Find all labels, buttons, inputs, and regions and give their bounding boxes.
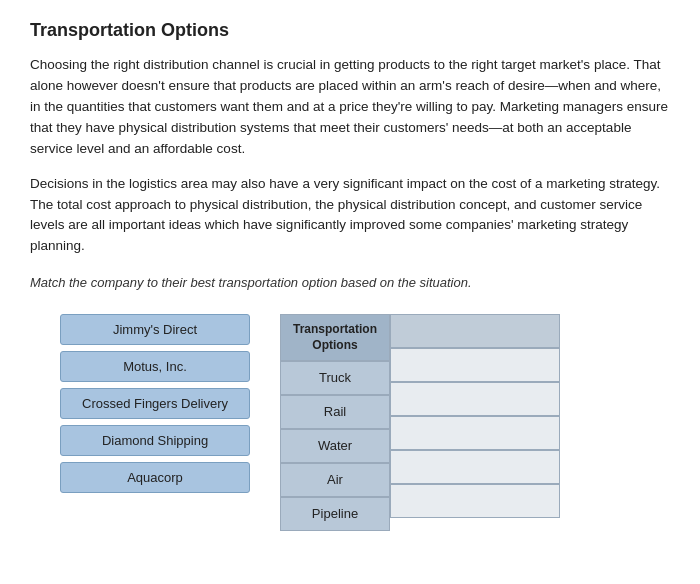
options-labels-column: Transportation OptionsTruckRailWaterAirP… <box>280 314 390 531</box>
transport-label-t1: Truck <box>280 361 390 395</box>
paragraph-1: Choosing the right distribution channel … <box>30 55 670 160</box>
company-btn-c4[interactable]: Diamond Shipping <box>60 425 250 456</box>
transport-header-answer <box>390 314 560 348</box>
options-answers-column <box>390 314 560 518</box>
transport-label-t5: Pipeline <box>280 497 390 531</box>
transport-answer-t1[interactable] <box>390 348 560 382</box>
transport-answer-t5[interactable] <box>390 484 560 518</box>
transport-label-t2: Rail <box>280 395 390 429</box>
transport-answer-t3[interactable] <box>390 416 560 450</box>
company-btn-c2[interactable]: Motus, Inc. <box>60 351 250 382</box>
company-btn-c5[interactable]: Aquacorp <box>60 462 250 493</box>
companies-column: Jimmy's DirectMotus, Inc.Crossed Fingers… <box>60 314 250 493</box>
transport-label-t3: Water <box>280 429 390 463</box>
paragraph-2: Decisions in the logistics area may also… <box>30 174 670 258</box>
page-title: Transportation Options <box>30 20 670 41</box>
match-instruction: Match the company to their best transpor… <box>30 275 670 290</box>
transport-header-label: Transportation Options <box>280 314 390 361</box>
transport-answer-t4[interactable] <box>390 450 560 484</box>
company-btn-c3[interactable]: Crossed Fingers Delivery <box>60 388 250 419</box>
match-container: Jimmy's DirectMotus, Inc.Crossed Fingers… <box>60 314 670 531</box>
transport-label-t4: Air <box>280 463 390 497</box>
options-table: Transportation OptionsTruckRailWaterAirP… <box>280 314 560 531</box>
transport-answer-t2[interactable] <box>390 382 560 416</box>
company-btn-c1[interactable]: Jimmy's Direct <box>60 314 250 345</box>
